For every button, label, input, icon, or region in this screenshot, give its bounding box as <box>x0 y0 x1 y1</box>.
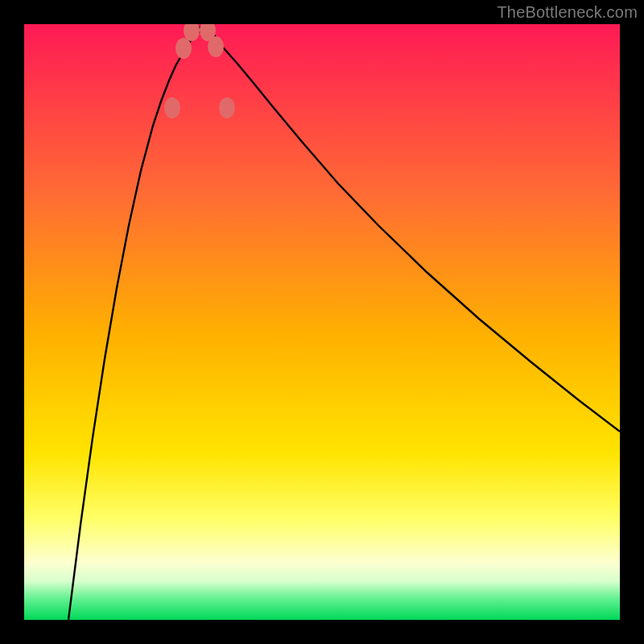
chart-frame <box>24 24 620 620</box>
bottleneck-curve-chart <box>24 24 620 620</box>
data-point-marker <box>164 97 180 118</box>
watermark-text: TheBottleneck.com <box>497 3 638 22</box>
data-point-marker <box>219 97 235 118</box>
heatmap-background <box>24 24 620 620</box>
data-point-marker <box>175 38 192 59</box>
